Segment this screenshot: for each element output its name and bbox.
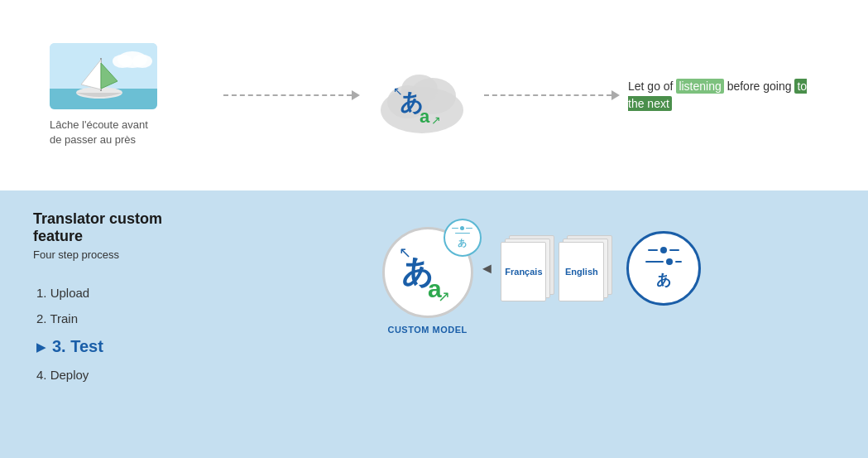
docs-wrapper: Français English bbox=[501, 235, 610, 301]
step-upload: 1. Upload bbox=[36, 286, 215, 300]
dotted-line-left bbox=[223, 94, 352, 96]
step-test: 3. Test bbox=[36, 337, 215, 356]
highlight-listening: listening bbox=[676, 79, 723, 94]
settings-icon-large: あ bbox=[645, 247, 682, 290]
bottom-diagram: あ あ a ↖ ↗ CUSTOM MODEL ◄ bbox=[248, 210, 835, 335]
top-right-panel: Let go of listening before going to the … bbox=[628, 78, 818, 113]
bottom-section: Translator custom feature Four step proc… bbox=[0, 190, 868, 458]
left-pointing-arrow: ◄ bbox=[480, 260, 495, 277]
doc-pages-french: Français bbox=[501, 235, 552, 301]
doc-stack-english: English bbox=[559, 235, 610, 301]
translated-text: Let go of listening before going to the … bbox=[628, 78, 818, 113]
svg-text:↖: ↖ bbox=[393, 84, 403, 98]
right-dotted-arrow bbox=[484, 90, 621, 100]
svg-text:a: a bbox=[420, 106, 430, 127]
settings-circle-small: あ bbox=[444, 219, 482, 257]
arrow-head-right bbox=[611, 90, 620, 100]
feature-subtitle: Four step process bbox=[33, 248, 215, 261]
arrow-head-left bbox=[352, 90, 360, 100]
dotted-line-right bbox=[484, 94, 612, 96]
doc-pages-english: English bbox=[559, 235, 610, 301]
sailboat-image bbox=[50, 43, 157, 109]
svg-point-3 bbox=[132, 55, 152, 68]
settings-icon-small: あ bbox=[452, 226, 472, 250]
svg-text:↗: ↗ bbox=[431, 113, 441, 127]
step-deploy: 4. Deploy bbox=[36, 368, 215, 382]
cloud-translate: あ a ↖ ↗ bbox=[368, 54, 476, 137]
svg-text:↗: ↗ bbox=[438, 288, 450, 305]
custom-model-wrapper: あ あ a ↖ ↗ CUSTOM MODEL bbox=[382, 227, 473, 335]
custom-model-label: CUSTOM MODEL bbox=[387, 325, 467, 335]
left-dotted-arrow bbox=[223, 90, 360, 100]
svg-text:↖: ↖ bbox=[399, 244, 411, 261]
top-section: Lâche l'écoute avant de passer au près あ… bbox=[0, 0, 868, 190]
top-left-panel: Lâche l'écoute avant de passer au près bbox=[50, 43, 215, 147]
source-text: Lâche l'écoute avant de passer au près bbox=[50, 118, 148, 147]
step-train: 2. Train bbox=[36, 311, 215, 325]
bottom-left-panel: Translator custom feature Four step proc… bbox=[33, 210, 215, 382]
settings-circle-large: あ bbox=[626, 231, 701, 306]
steps-list: 1. Upload 2. Train 3. Test 4. Deploy bbox=[33, 286, 215, 382]
doc-stack-french: Français bbox=[501, 235, 552, 301]
feature-title: Translator custom feature bbox=[33, 210, 215, 245]
svg-point-2 bbox=[113, 55, 132, 68]
